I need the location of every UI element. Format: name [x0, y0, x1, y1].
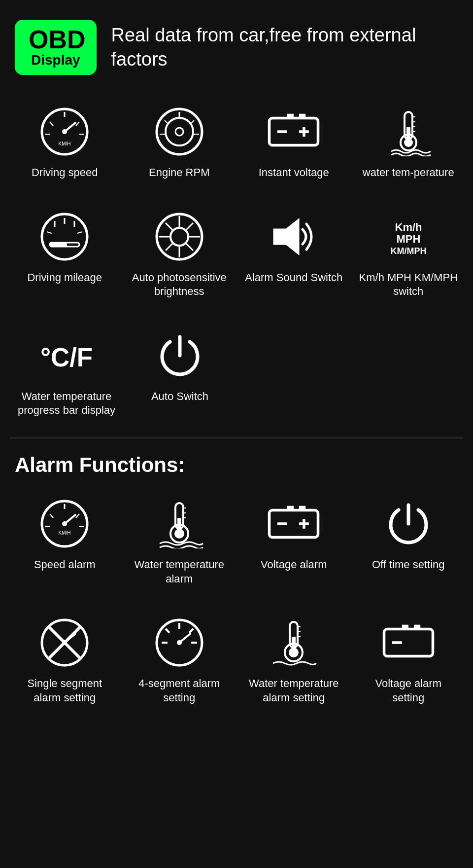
svg-point-83 [177, 640, 182, 645]
feature-driving-speed: KM/H Driving speed [10, 95, 120, 190]
svg-rect-66 [177, 518, 181, 533]
speedometer-alarm-icon: KM/H [37, 497, 92, 551]
svg-line-38 [77, 232, 82, 233]
obd-subtitle: Display [29, 52, 83, 68]
feature-engine-rpm: Engine RPM [125, 95, 235, 190]
feature-alarm-sound: Alarm Sound Switch [239, 200, 349, 309]
svg-rect-17 [270, 118, 318, 145]
features-row1: KM/H Driving speed [0, 90, 473, 195]
feature-auto-switch-label: Auto Switch [151, 390, 208, 404]
header-tagline: Real data from car,free from external fa… [111, 23, 458, 72]
single-segment-icon [37, 615, 92, 670]
svg-line-37 [47, 232, 52, 233]
svg-line-46 [185, 243, 193, 251]
alarm-section-title: Alarm Functions: [0, 443, 473, 482]
svg-line-59 [50, 514, 53, 518]
feature-water-temp-progress: °C/F Water temperature progress bar disp… [10, 319, 123, 428]
svg-line-47 [185, 223, 193, 231]
features-row3: °C/F Water temperature progress bar disp… [0, 314, 473, 433]
alarm-water-temp: Water temperature alarm [125, 487, 235, 596]
water-temp-alarm-icon [152, 497, 206, 551]
svg-rect-97 [402, 625, 408, 629]
svg-text:MPH: MPH [396, 233, 420, 245]
feature-water-temp-progress-label: Water temperature progress bar display [15, 390, 118, 418]
svg-point-11 [175, 128, 183, 136]
svg-point-3 [62, 129, 67, 134]
alarms-row2: Single segment alarm setting 4-segment a… [0, 601, 473, 720]
aperture-icon [152, 210, 206, 264]
alarm-four-segment-label: 4-segment alarm setting [130, 677, 230, 705]
feature-alarm-sound-label: Alarm Sound Switch [245, 271, 342, 285]
header-section: OBD Display Real data from car,free from… [0, 0, 473, 90]
feature-driving-speed-label: Driving speed [32, 166, 98, 180]
svg-rect-33 [50, 243, 67, 247]
feature-auto-photo: Auto photosensitive brightness [125, 200, 235, 309]
battery-alarm-icon [267, 497, 321, 551]
svg-line-5 [50, 122, 53, 126]
alarm-voltage-label: Voltage alarm [261, 558, 327, 572]
features-row2: Driving mileage Auto photosensitive brig… [0, 195, 473, 314]
alarm-water-temp-label: Water temperature alarm [130, 558, 230, 586]
rpm-icon [152, 105, 206, 159]
alarm-speed-label: Speed alarm [34, 558, 96, 572]
feature-auto-photo-label: Auto photosensitive brightness [130, 271, 230, 299]
alarm-voltage: Voltage alarm [239, 487, 349, 596]
obd-badge: OBD Display [15, 20, 97, 75]
svg-marker-49 [274, 219, 299, 254]
battery-icon [267, 105, 321, 159]
svg-point-80 [62, 640, 67, 645]
water-temp-setting-icon [267, 615, 321, 670]
feature-water-temp-label: water tem-perature [363, 166, 454, 180]
alarm-water-temp-setting: Water temperature alarm setting [239, 606, 349, 715]
svg-text:KM/H: KM/H [59, 530, 71, 536]
feature-driving-mileage: Driving mileage [10, 200, 120, 309]
alarm-water-temp-setting-label: Water temperature alarm setting [244, 677, 344, 705]
svg-rect-18 [287, 114, 294, 118]
alarm-off-time: Off time setting [354, 487, 464, 596]
kmh-mph-icon: Km/h MPH KM/MPH [381, 210, 436, 264]
alarm-off-time-label: Off time setting [372, 558, 445, 572]
mileage-icon [37, 210, 92, 264]
svg-line-48 [166, 243, 173, 251]
feature-engine-rpm-label: Engine RPM [149, 166, 210, 180]
alarm-voltage-setting: Voltage alarm setting [354, 606, 464, 715]
svg-rect-26 [406, 127, 410, 143]
power-icon [153, 328, 207, 383]
svg-rect-96 [384, 629, 433, 656]
svg-line-87 [166, 629, 169, 633]
svg-text:KM/MPH: KM/MPH [390, 246, 426, 256]
alarm-speed: KM/H Speed alarm [10, 487, 120, 596]
alarm-single-segment: Single segment alarm setting [10, 606, 120, 715]
divider-1 [10, 437, 463, 438]
svg-text:KM/H: KM/H [59, 141, 71, 146]
alarm-four-segment: 4-segment alarm setting [125, 606, 235, 715]
feature-instant-voltage: Instant voltage [239, 95, 349, 190]
feature-kmh-mph: Km/h MPH KM/MPH Km/h MPH KM/MPH switch [354, 200, 464, 309]
alarm-voltage-setting-label: Voltage alarm setting [359, 677, 459, 705]
battery-setting-icon [381, 615, 436, 670]
water-temp-icon [381, 105, 436, 159]
svg-line-6 [76, 122, 79, 126]
four-segment-icon [152, 615, 206, 670]
feature-water-temp: water tem-perature [354, 95, 464, 190]
feature-instant-voltage-label: Instant voltage [259, 166, 329, 180]
svg-line-45 [166, 223, 173, 231]
svg-line-60 [76, 514, 79, 518]
svg-rect-71 [287, 506, 294, 510]
svg-point-10 [166, 118, 193, 145]
feature-driving-mileage-label: Driving mileage [27, 271, 102, 285]
sound-icon [267, 210, 321, 264]
svg-rect-92 [292, 637, 296, 651]
celsius-f-icon: °C/F [39, 328, 94, 383]
power-alarm-icon [381, 497, 436, 551]
svg-text:°C/F: °C/F [40, 343, 93, 372]
alarms-row1: KM/H Speed alarm [0, 482, 473, 601]
feature-auto-switch: Auto Switch [123, 319, 236, 428]
svg-rect-70 [270, 510, 318, 537]
svg-rect-72 [299, 506, 305, 510]
alarm-single-segment-label: Single segment alarm setting [15, 677, 115, 705]
svg-point-57 [62, 521, 67, 526]
svg-rect-98 [414, 625, 420, 629]
svg-line-88 [189, 629, 193, 633]
obd-title: OBD [29, 27, 83, 52]
